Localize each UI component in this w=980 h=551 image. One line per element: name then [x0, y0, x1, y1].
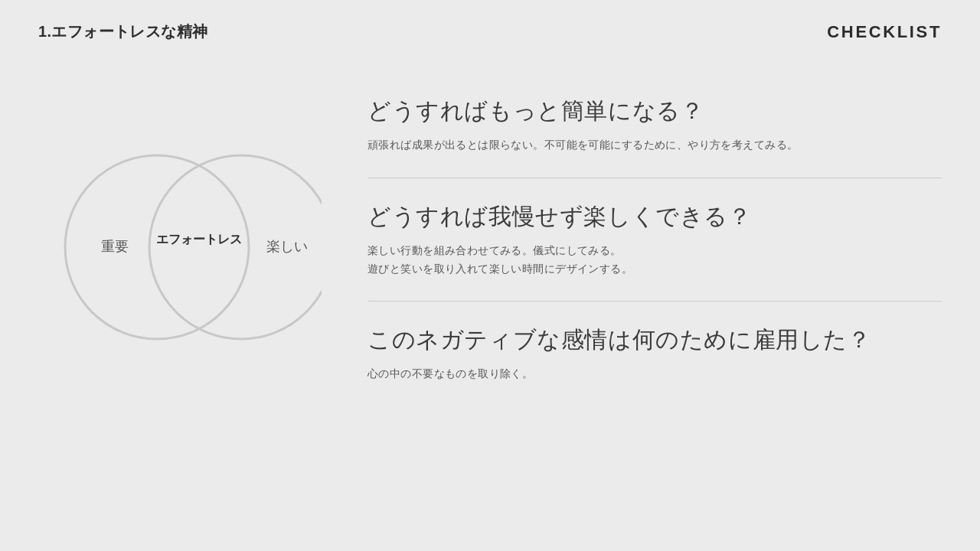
section-2-body-line2: 遊びと笑いを取り入れて楽しい時間にデザインする。 — [368, 262, 632, 275]
section-2-body: 楽しい行動を組み合わせてみる。儀式にしてみる。 遊びと笑いを取り入れて楽しい時間… — [368, 242, 942, 279]
section-1-heading: どうすればもっと簡単になる？ — [368, 96, 942, 127]
header: 1.エフォートレスな精神 CHECKLIST — [0, 0, 980, 42]
checklist-label: CHECKLIST — [827, 22, 942, 42]
section-2-heading: どうすれば我慢せず楽しくできる？ — [368, 201, 942, 233]
svg-point-0 — [65, 155, 249, 339]
venn-diagram: 重要 エフォートレス 楽しい — [46, 117, 322, 377]
section-3-body: 心の中の不要なものを取り除く。 — [368, 365, 942, 383]
venn-left-label: 重要 — [101, 239, 129, 254]
section-1: どうすればもっと簡単になる？ 頑張れば成果が出るとは限らない。不可能を可能にする… — [368, 96, 942, 155]
divider-2 — [368, 301, 942, 302]
section-3-heading: このネガティブな感情は何のために雇用した？ — [368, 324, 942, 356]
divider-1 — [368, 178, 942, 178]
section-2-body-line1: 楽しい行動を組み合わせてみる。儀式にしてみる。 — [368, 244, 622, 256]
section-2: どうすれば我慢せず楽しくできる？ 楽しい行動を組み合わせてみる。儀式にしてみる。… — [368, 201, 942, 279]
text-content: どうすればもっと簡単になる？ 頑張れば成果が出るとは限らない。不可能を可能にする… — [368, 88, 942, 406]
venn-right-label: 楽しい — [266, 239, 308, 254]
section-3: このネガティブな感情は何のために雇用した？ 心の中の不要なものを取り除く。 — [368, 324, 942, 383]
section-1-body: 頑張れば成果が出るとは限らない。不可能を可能にするために、やり方を考えてみる。 — [368, 136, 942, 155]
venn-center-label: エフォートレス — [156, 233, 242, 246]
main-content: 重要 エフォートレス 楽しい どうすればもっと簡単になる？ 頑張れば成果が出ると… — [0, 42, 980, 406]
page-title: 1.エフォートレスな精神 — [38, 21, 207, 42]
